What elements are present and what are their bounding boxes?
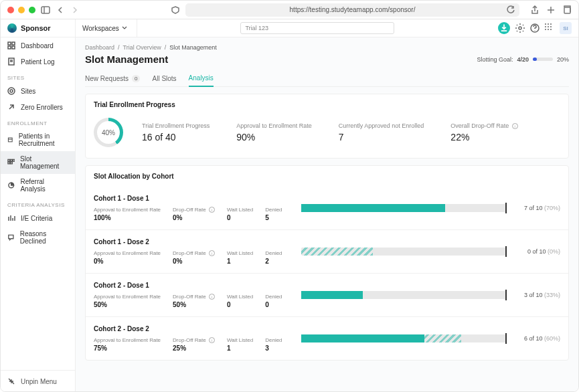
svg-rect-16 [8, 159, 10, 161]
allocation-bar [301, 204, 507, 212]
tab-label: New Requests [85, 75, 129, 82]
sidebar-item-slot-management[interactable]: Slot Management [1, 151, 75, 174]
info-icon[interactable]: i [512, 123, 518, 129]
svg-rect-6 [12, 42, 15, 45]
metric: Trial Enrollment Progress16 of 40 [142, 122, 210, 142]
enrollment-heading: ENROLLMENT [1, 115, 75, 128]
window-controls[interactable] [7, 7, 35, 13]
info-icon[interactable]: i [209, 337, 215, 343]
reasons-declined-icon [7, 233, 15, 241]
download-button[interactable] [498, 22, 510, 34]
sidebar-item-patients-in-recruitment[interactable]: Patients in Recruitment [1, 128, 75, 151]
chevron-down-icon [122, 25, 127, 31]
wait-listed: 1 [227, 258, 253, 265]
approval-rate: 100% [94, 214, 161, 221]
cohort-row: Cohort 1 - Dose 2Approval to Enrollment … [86, 230, 568, 274]
svg-rect-0 [42, 7, 50, 13]
sidebar-item-reasons-declined[interactable]: Reasons Declined [1, 226, 75, 249]
svg-rect-18 [13, 159, 15, 161]
sites-heading: SITES [1, 70, 75, 83]
cohort-name: Cohort 1 - Dose 2 [94, 238, 288, 246]
drop-off-rate: 0% [173, 214, 215, 221]
forward-icon[interactable] [70, 5, 80, 15]
svg-rect-20 [11, 162, 13, 164]
patient-log-icon [7, 58, 15, 66]
tab-all-slots[interactable]: All Slots [152, 72, 176, 86]
denied: 2 [265, 258, 282, 265]
sidebar-item-dashboard[interactable]: Dashboard [1, 37, 75, 54]
plus-icon[interactable] [546, 5, 556, 15]
metric: Approval to Enrollment Rate90% [236, 122, 312, 142]
tab-analysis[interactable]: Analysis [189, 72, 214, 87]
shield-icon[interactable] [171, 5, 180, 15]
back-icon[interactable] [56, 5, 65, 15]
workspaces-dropdown[interactable]: Workspaces [82, 19, 137, 37]
tabs: New Requests0All SlotsAnalysis [85, 72, 569, 87]
sidebar-item-label: I/E Criteria [21, 215, 52, 222]
svg-point-12 [10, 90, 13, 92]
unpin-label: Unpin Menu [21, 378, 57, 385]
unpin-icon [7, 377, 15, 385]
page-title: Slot Management [85, 54, 168, 65]
sidebar-item-zero-enrollers[interactable]: Zero Enrollers [1, 99, 75, 115]
help-icon[interactable] [530, 23, 540, 33]
goal-label: Slotting Goal: [477, 56, 513, 63]
metric-value: 90% [236, 132, 312, 142]
search-input[interactable] [240, 22, 394, 34]
svg-rect-17 [11, 159, 13, 161]
sidebar-item-referral-analysis[interactable]: Referral Analysis [1, 174, 75, 197]
settings-icon[interactable] [515, 23, 525, 33]
tab-label: All Slots [152, 75, 176, 82]
info-icon[interactable]: i [209, 207, 215, 213]
sidebar-toggle-icon[interactable] [41, 5, 50, 15]
panel1-title: Trial Enrollment Progress [86, 94, 568, 115]
svg-rect-19 [8, 162, 10, 164]
logo-icon [7, 23, 17, 33]
approval-rate: 75% [94, 345, 161, 352]
sidebar-item-label: Patient Log [21, 58, 55, 66]
svg-rect-14 [8, 138, 12, 142]
apps-grid-icon[interactable] [545, 23, 554, 33]
workspaces-label: Workspaces [82, 25, 119, 32]
sidebar-item-label: Sites [21, 88, 35, 95]
sidebar-item-label: Referral Analysis [20, 178, 68, 193]
refresh-icon[interactable] [506, 5, 515, 15]
slotting-goal: Slotting Goal: 4/20 20% [477, 56, 569, 63]
drop-off-rate: 0% [173, 258, 215, 265]
zero-enrollers-icon [7, 103, 15, 111]
allocation-label: 3 of 10 (33%) [513, 292, 560, 298]
share-icon[interactable] [530, 5, 540, 15]
referral-analysis-icon [7, 181, 15, 189]
cohort-row: Cohort 1 - Dose 1Approval to Enrollment … [86, 187, 568, 230]
allocation-bar [301, 334, 507, 342]
info-icon[interactable]: i [209, 250, 215, 256]
unpin-menu[interactable]: Unpin Menu [1, 370, 75, 392]
info-icon[interactable]: i [209, 294, 215, 300]
progress-ring: 40% [94, 118, 123, 147]
sidebar-item-ie-criteria[interactable]: I/E Criteria [1, 210, 75, 226]
url-bar[interactable]: https://testing.studyteamapp.com/sponsor… [185, 3, 519, 17]
tab-new-requests[interactable]: New Requests0 [85, 72, 140, 86]
brand[interactable]: Sponsor [1, 19, 75, 37]
patients-in-recruitment-icon [7, 136, 13, 144]
svg-rect-5 [8, 42, 11, 45]
crumb-trial-overview[interactable]: Trial Overview [123, 44, 161, 51]
sidebar-item-patient-log[interactable]: Patient Log [1, 54, 75, 70]
tabs-icon[interactable] [562, 5, 572, 15]
sidebar-item-label: Slot Management [20, 155, 68, 170]
topbar: Workspaces SI [76, 19, 578, 37]
user-avatar[interactable]: SI [560, 22, 572, 34]
crumb-dashboard[interactable]: Dashboard [85, 44, 114, 51]
goal-ratio: 4/20 [517, 56, 529, 63]
cohort-row: Cohort 2 - Dose 1Approval to Enrollment … [86, 274, 568, 317]
ie-criteria-icon [7, 214, 15, 222]
sidebar-item-label: Reasons Declined [20, 230, 68, 245]
metric-label: Trial Enrollment Progress [142, 122, 210, 129]
approval-rate: 0% [94, 258, 161, 265]
svg-point-26 [519, 27, 521, 29]
metric-value: 7 [339, 132, 424, 142]
panel2-title: Slot Allocation by Cohort [86, 166, 568, 187]
wait-listed: 1 [227, 345, 253, 352]
sidebar-item-sites[interactable]: Sites [1, 83, 75, 99]
approval-rate: 50% [94, 301, 161, 308]
